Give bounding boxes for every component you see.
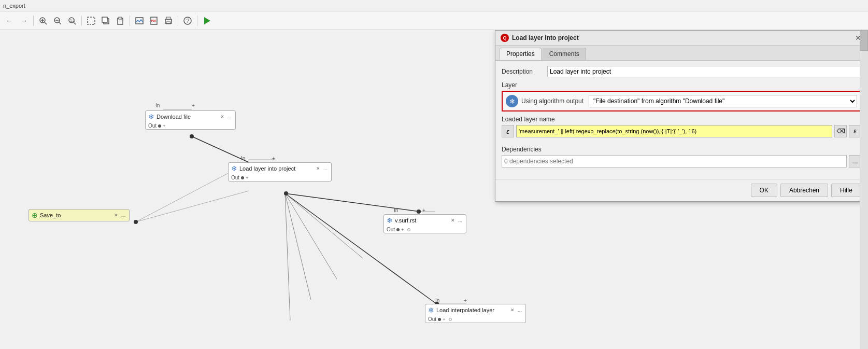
loaded-name-section: Loaded layer name ε ⌫ ε [502,116,861,142]
zoom-out-button[interactable] [51,15,64,27]
epsilon-button[interactable]: ε [502,125,514,137]
svg-text:?: ? [187,18,190,24]
print-button[interactable] [162,15,175,27]
out-dot-vs-empty [407,228,410,231]
node-vsurf-out: Out + [384,226,466,233]
node-load-layer[interactable]: ❄ Load layer into project ✕ … Out + [228,162,332,182]
layer-select-wrapper: "File destination" from algorithm "Downl… [589,95,857,107]
ok-button[interactable]: OK [751,184,777,197]
svg-line-29 [285,193,311,300]
dialog-tabs: Properties Comments [495,46,867,61]
tab-comments[interactable]: Comments [543,48,586,60]
load-layer-in-label: In [241,156,245,161]
dependencies-label: Dependencies [502,146,861,153]
svg-line-25 [285,193,420,212]
node-load-interpolated-close[interactable]: ✕ [509,307,516,313]
description-label: Description [502,68,543,75]
node-load-interpolated-icon: ❄ [428,306,434,314]
using-algo-label: Using algorithm output [521,97,584,105]
title-bar: n_export [0,0,868,11]
out-plus-li: + [443,317,445,322]
layer-select[interactable]: "File destination" from algorithm "Downl… [589,95,857,107]
svg-rect-14 [119,17,122,19]
export-image-button[interactable] [133,15,146,27]
dialog-title-bar: Q Load layer into project ✕ [495,31,867,46]
paste-button[interactable] [114,15,126,27]
out-label-ll: Out [231,175,239,180]
dialog-title: Load layer into project [512,34,579,41]
node-load-interpolated-expand[interactable]: … [517,307,523,313]
separator-5 [197,16,197,26]
algo-indicator: ❄ [506,95,518,107]
load-layer-in-plus: + [272,156,275,161]
node-load-interpolated-out: Out + [425,316,525,323]
out-dot-ll [241,176,244,179]
svg-line-30 [285,193,290,320]
scrollbar-thumb[interactable] [860,30,868,51]
separator-1 [33,16,34,26]
clear-button[interactable]: ⌫ [834,125,847,137]
out-dot-vs [396,228,400,231]
back-button[interactable]: ← [3,15,16,27]
node-download-file[interactable]: ❄ Download file ✕ … Out + [145,110,236,130]
layer-section-label: Layer [502,81,861,89]
app-title: n_export [3,3,25,9]
svg-line-28 [285,193,337,279]
dialog-title-text: Q Load layer into project [501,34,579,42]
out-plus: + [163,123,165,129]
node-vsurf[interactable]: ❄ v.surf.rst ✕ … Out + [383,214,466,233]
svg-line-1 [45,22,47,24]
out-dot-li [438,318,441,321]
node-save-to-expand[interactable]: … [120,212,126,218]
forward-button[interactable]: → [18,15,30,27]
loaded-name-label: Loaded layer name [502,116,555,123]
copy-button[interactable] [99,15,112,27]
out-dot-li-empty [449,318,452,321]
node-download-file-close[interactable]: ✕ [219,114,225,120]
canvas-area: ❄ Download file ✕ … Out + In + ❄ Load la… [0,30,868,349]
out-plus-vs: + [401,227,404,232]
svg-point-38 [190,134,194,138]
zoom-in-button[interactable] [37,15,49,27]
node-load-interpolated[interactable]: ❄ Load interpolated layer ✕ … Out + [425,304,526,323]
help-button[interactable]: ? [181,15,194,27]
svg-text:PDF: PDF [151,19,156,22]
load-interpolated-in-label: In [435,298,439,303]
separator-3 [130,16,130,26]
svg-point-40 [417,210,421,214]
description-input[interactable] [547,66,861,77]
dependencies-row: … [502,155,861,167]
svg-rect-12 [102,17,107,22]
select-button[interactable] [85,15,97,27]
cancel-button[interactable]: Abbrechen [780,184,828,197]
tab-properties[interactable]: Properties [500,48,542,60]
run-button[interactable] [201,15,213,27]
node-save-to[interactable]: ⊕ Save_to ✕ … [29,209,130,221]
node-vsurf-close[interactable]: ✕ [450,217,456,224]
zoom-actual-button[interactable]: 1:1 [66,15,78,27]
separator-4 [178,16,178,26]
loaded-name-input[interactable] [516,125,832,137]
export-pdf-button[interactable]: PDF [148,15,160,27]
node-load-layer-expand[interactable]: … [322,165,329,172]
out-label: Out [148,123,156,129]
node-save-to-close[interactable]: ✕ [113,212,119,218]
help-dialog-button[interactable]: Hilfe [831,184,861,197]
vsurf-in-plus: + [422,207,425,213]
node-load-layer-close[interactable]: ✕ [315,165,321,172]
node-save-to-icon: ⊕ [32,211,38,219]
node-vsurf-expand[interactable]: … [457,217,463,224]
node-load-layer-icon: ❄ [231,164,237,173]
out-label-vs: Out [387,227,395,232]
layer-box: ❄ Using algorithm output "File destinati… [502,91,861,111]
node-download-file-expand[interactable]: … [226,114,233,120]
layer-input-row: ❄ Using algorithm output "File destinati… [506,95,857,107]
dependencies-input[interactable] [502,155,847,167]
description-row: Description [502,66,861,77]
svg-line-26 [285,193,438,305]
loaded-name-row: ε ⌫ ε [502,125,861,137]
node-load-layer-out: Out + [229,174,331,181]
dialog-load-layer: Q Load layer into project ✕ Properties C… [495,30,868,202]
canvas-scrollbar[interactable] [860,30,868,349]
download-file-in-label: In [155,103,160,108]
